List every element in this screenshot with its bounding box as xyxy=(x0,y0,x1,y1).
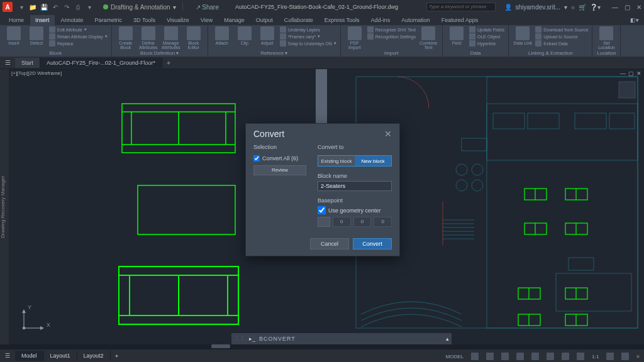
convert-button[interactable]: Convert xyxy=(353,238,392,250)
tab-automation[interactable]: Automation xyxy=(396,15,435,25)
blockname-input[interactable] xyxy=(318,181,392,191)
vp-min-icon[interactable]: ― xyxy=(620,70,626,77)
dialog-close-button[interactable]: ✕ xyxy=(384,129,392,139)
layout-menu-icon[interactable]: ☰ xyxy=(0,353,15,359)
recognize-shx-button[interactable]: Recognize SHX Text xyxy=(367,26,416,33)
tab-addins[interactable]: Add-ins xyxy=(366,15,396,25)
status-grid-icon[interactable] xyxy=(469,352,480,361)
status-scale[interactable]: 1:1 xyxy=(590,353,601,360)
status-osnap-icon[interactable] xyxy=(530,352,541,361)
tab-home[interactable]: Home xyxy=(4,15,29,25)
attach-button[interactable]: Attach xyxy=(212,26,232,45)
pick-point-button[interactable] xyxy=(318,217,330,227)
qat-new-icon[interactable]: ▾ xyxy=(16,2,26,12)
layout-1[interactable]: Layout1 xyxy=(44,351,77,361)
tab-output[interactable]: Output xyxy=(251,15,278,25)
doctabs-menu-icon[interactable]: ☰ xyxy=(0,59,15,66)
status-snap-icon[interactable] xyxy=(484,352,496,361)
help-search-input[interactable]: Type a keyword or phrase xyxy=(426,3,496,11)
tab-insert[interactable]: Insert xyxy=(30,15,55,25)
qat-undo-icon[interactable]: ↶ xyxy=(50,2,60,12)
combine-text-button[interactable]: Combine Text xyxy=(418,26,438,50)
panel-label[interactable]: Block Definition ▾ xyxy=(116,50,204,57)
ribbon-options-icon[interactable]: ◧▾ xyxy=(625,15,644,25)
qat-redo-icon[interactable]: ↷ xyxy=(62,2,72,12)
recognition-settings-button[interactable]: Recognition Settings xyxy=(367,33,416,40)
status-lwt-icon[interactable] xyxy=(575,352,586,361)
vp-max-icon[interactable]: ▢ xyxy=(628,70,634,77)
qat-open-icon[interactable]: 📁 xyxy=(28,2,38,12)
use-geom-center-checkbox[interactable]: Use geometry center xyxy=(318,206,392,214)
pdf-import-button[interactable]: PDF Import xyxy=(345,26,365,50)
layout-model[interactable]: Model xyxy=(15,351,44,361)
edit-attribute-button[interactable]: Edit Attribute ▾ xyxy=(49,26,108,33)
status-model[interactable]: MODEL xyxy=(444,353,465,360)
maximize-button[interactable]: ▢ xyxy=(625,4,630,11)
extract-data-button[interactable]: Extract Data xyxy=(535,40,588,47)
qat-print-icon[interactable]: ⎙ xyxy=(73,2,83,12)
data-link-button[interactable]: Data Link xyxy=(513,26,533,45)
tab-expresstools[interactable]: Express Tools xyxy=(319,15,365,25)
create-block-button[interactable]: Create Block xyxy=(116,26,136,50)
replace-button[interactable]: Replace xyxy=(49,40,108,47)
clip-button[interactable]: Clip xyxy=(235,26,255,45)
minimize-button[interactable]: ― xyxy=(612,4,618,11)
convert-all-checkbox[interactable]: Convert All (6) xyxy=(253,155,306,162)
layout-2[interactable]: Layout2 xyxy=(77,351,111,361)
app-icon[interactable]: A xyxy=(3,2,13,12)
status-ortho-icon[interactable] xyxy=(499,352,511,361)
retain-attr-button[interactable]: Retain Attribute Display ▾ xyxy=(49,33,108,40)
basepoint-y[interactable]: 0 xyxy=(353,217,372,227)
tab-featuredapps[interactable]: Featured Apps xyxy=(436,15,484,25)
command-dropdown-icon[interactable]: ▴ xyxy=(446,336,449,342)
underlay-layers-button[interactable]: Underlay Layers xyxy=(280,26,336,33)
command-line[interactable]: ⋮⋮ ▸_ BCONVERT ▴ xyxy=(231,333,452,344)
close-button[interactable]: ✕ xyxy=(636,4,641,11)
convert-all-input[interactable] xyxy=(253,155,260,162)
tab-3dtools[interactable]: 3D Tools xyxy=(128,15,160,25)
frames-vary-button[interactable]: *Frames vary* ▾ xyxy=(280,33,336,40)
upload-source-button[interactable]: Upload to Source xyxy=(535,33,588,40)
tab-file[interactable]: AutoCAD-FY25_Fire-...02-1_Ground-Floor* xyxy=(40,58,162,68)
panel-label[interactable]: Reference ▾ xyxy=(212,50,336,57)
status-gear-icon[interactable] xyxy=(604,352,616,361)
tab-manage[interactable]: Manage xyxy=(219,15,250,25)
viewport-label[interactable]: [+][Top][2D Wireframe] xyxy=(11,70,62,76)
review-button[interactable]: Review xyxy=(253,165,306,175)
set-location-button[interactable]: Set Location xyxy=(596,26,616,50)
hyperlink-button[interactable]: Hyperlink xyxy=(469,40,504,47)
use-geom-input[interactable] xyxy=(318,206,326,214)
block-editor-button[interactable]: Block Editor xyxy=(184,26,204,50)
qat-more-icon[interactable]: ▾ xyxy=(84,2,94,12)
basepoint-z[interactable]: 0 xyxy=(374,217,392,227)
update-fields-button[interactable]: Update Fields xyxy=(469,26,504,33)
tab-annotate[interactable]: Annotate xyxy=(56,15,89,25)
status-polar-icon[interactable] xyxy=(514,352,526,361)
tab-parametric[interactable]: Parametric xyxy=(90,15,128,25)
new-layout-button[interactable]: ＋ xyxy=(111,352,123,360)
autodesk-icon[interactable]: ⟐ xyxy=(571,4,575,11)
download-source-button[interactable]: Download from Source xyxy=(535,26,588,33)
tab-collaborate[interactable]: Collaborate xyxy=(279,15,318,25)
new-block-option[interactable]: New block xyxy=(355,156,391,166)
manage-attr-button[interactable]: Manage Attributes xyxy=(161,26,181,50)
cancel-button[interactable]: Cancel xyxy=(310,238,349,250)
qat-save-icon[interactable]: 💾 xyxy=(39,2,49,12)
status-dyn-icon[interactable] xyxy=(560,352,571,361)
existing-block-option[interactable]: Existing block xyxy=(318,156,355,166)
status-track-icon[interactable] xyxy=(545,352,556,361)
adjust-button[interactable]: Adjust xyxy=(257,26,277,45)
snap-underlays-button[interactable]: Snap to Underlays ON ▾ xyxy=(280,40,336,47)
field-button[interactable]: Field xyxy=(447,26,467,45)
recovery-manager-panel[interactable]: Drawing Recovery Manager xyxy=(0,69,9,344)
cart-icon[interactable]: 🛒 xyxy=(579,4,586,11)
grip-icon[interactable]: ⋮⋮ xyxy=(234,336,245,342)
h-scrollbar-thumb[interactable] xyxy=(211,344,230,348)
new-tab-button[interactable]: ＋ xyxy=(162,58,175,67)
tab-start[interactable]: Start xyxy=(15,58,40,68)
help-icon[interactable]: ❔▾ xyxy=(590,4,601,11)
workspace-switcher[interactable]: Drafting & Annotation ▾ xyxy=(103,4,176,11)
ucs-icon[interactable]: Y X xyxy=(20,307,45,333)
detect-button[interactable]: Detect xyxy=(26,26,47,45)
insert-block-button[interactable]: Insert xyxy=(4,26,24,45)
